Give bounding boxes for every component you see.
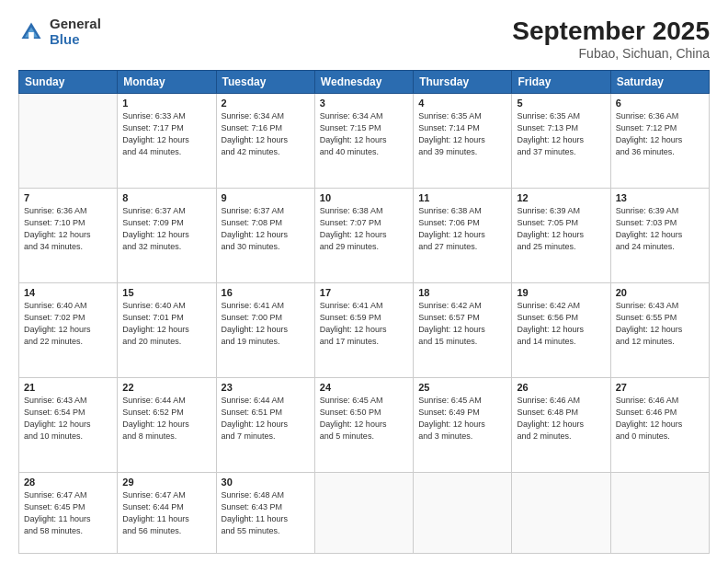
day-info: Sunrise: 6:34 AM Sunset: 7:15 PM Dayligh…: [320, 110, 408, 158]
calendar-table: Sunday Monday Tuesday Wednesday Thursday…: [18, 70, 710, 554]
day-number: 2: [222, 98, 310, 109]
day-number: 6: [616, 98, 704, 109]
table-row: 6Sunrise: 6:36 AM Sunset: 7:12 PM Daylig…: [610, 94, 709, 189]
table-row: [414, 472, 512, 553]
calendar-header-row: Sunday Monday Tuesday Wednesday Thursday…: [19, 71, 710, 94]
day-number: 30: [222, 477, 310, 488]
day-number: 15: [122, 287, 210, 298]
col-monday: Monday: [118, 71, 216, 94]
col-thursday: Thursday: [414, 71, 512, 94]
day-info: Sunrise: 6:39 AM Sunset: 7:05 PM Dayligh…: [517, 205, 605, 253]
day-info: Sunrise: 6:37 AM Sunset: 7:08 PM Dayligh…: [222, 205, 310, 253]
day-number: 13: [616, 192, 704, 203]
col-sunday: Sunday: [19, 71, 118, 94]
day-number: 29: [122, 477, 210, 488]
logo: General Blue: [18, 17, 101, 47]
table-row: 27Sunrise: 6:46 AM Sunset: 6:46 PM Dayli…: [610, 377, 709, 472]
table-row: 4Sunrise: 6:35 AM Sunset: 7:14 PM Daylig…: [414, 94, 512, 189]
day-info: Sunrise: 6:35 AM Sunset: 7:14 PM Dayligh…: [418, 110, 506, 158]
table-row: [610, 472, 709, 553]
day-number: 24: [320, 382, 408, 393]
calendar-week-2: 7Sunrise: 6:36 AM Sunset: 7:10 PM Daylig…: [19, 188, 710, 282]
day-number: 10: [320, 192, 408, 203]
logo-blue: Blue: [50, 32, 101, 48]
day-number: 21: [24, 382, 112, 393]
header: General Blue September 2025 Fubao, Sichu…: [18, 17, 710, 61]
title-block: September 2025 Fubao, Sichuan, China: [512, 17, 710, 61]
table-row: 30Sunrise: 6:48 AM Sunset: 6:43 PM Dayli…: [216, 472, 314, 553]
table-row: 3Sunrise: 6:34 AM Sunset: 7:15 PM Daylig…: [314, 94, 413, 189]
table-row: 28Sunrise: 6:47 AM Sunset: 6:45 PM Dayli…: [19, 472, 118, 553]
day-info: Sunrise: 6:42 AM Sunset: 6:56 PM Dayligh…: [517, 300, 605, 348]
table-row: 23Sunrise: 6:44 AM Sunset: 6:51 PM Dayli…: [216, 377, 314, 472]
day-number: 23: [222, 382, 310, 393]
col-saturday: Saturday: [610, 71, 709, 94]
table-row: 9Sunrise: 6:37 AM Sunset: 7:08 PM Daylig…: [216, 188, 314, 282]
day-info: Sunrise: 6:38 AM Sunset: 7:06 PM Dayligh…: [418, 205, 506, 253]
day-number: 28: [24, 477, 112, 488]
day-info: Sunrise: 6:42 AM Sunset: 6:57 PM Dayligh…: [418, 300, 506, 348]
day-number: 19: [517, 287, 605, 298]
day-number: 9: [222, 192, 310, 203]
table-row: 12Sunrise: 6:39 AM Sunset: 7:05 PM Dayli…: [512, 188, 610, 282]
day-info: Sunrise: 6:43 AM Sunset: 6:55 PM Dayligh…: [616, 300, 704, 348]
day-number: 26: [517, 382, 605, 393]
day-info: Sunrise: 6:39 AM Sunset: 7:03 PM Dayligh…: [616, 205, 704, 253]
day-number: 3: [320, 98, 408, 109]
table-row: 29Sunrise: 6:47 AM Sunset: 6:44 PM Dayli…: [118, 472, 216, 553]
page: General Blue September 2025 Fubao, Sichu…: [0, 0, 728, 563]
calendar-week-4: 21Sunrise: 6:43 AM Sunset: 6:54 PM Dayli…: [19, 377, 710, 472]
day-info: Sunrise: 6:40 AM Sunset: 7:01 PM Dayligh…: [122, 300, 210, 348]
day-number: 7: [24, 192, 112, 203]
day-number: 25: [418, 382, 506, 393]
table-row: [512, 472, 610, 553]
day-number: 12: [517, 192, 605, 203]
table-row: 21Sunrise: 6:43 AM Sunset: 6:54 PM Dayli…: [19, 377, 118, 472]
day-number: 16: [222, 287, 310, 298]
table-row: 26Sunrise: 6:46 AM Sunset: 6:48 PM Dayli…: [512, 377, 610, 472]
subtitle: Fubao, Sichuan, China: [512, 46, 710, 61]
day-info: Sunrise: 6:36 AM Sunset: 7:12 PM Dayligh…: [616, 110, 704, 158]
day-number: 4: [418, 98, 506, 109]
day-info: Sunrise: 6:41 AM Sunset: 6:59 PM Dayligh…: [320, 300, 408, 348]
table-row: 1Sunrise: 6:33 AM Sunset: 7:17 PM Daylig…: [118, 94, 216, 189]
table-row: 7Sunrise: 6:36 AM Sunset: 7:10 PM Daylig…: [19, 188, 118, 282]
day-number: 11: [418, 192, 506, 203]
table-row: 25Sunrise: 6:45 AM Sunset: 6:49 PM Dayli…: [414, 377, 512, 472]
table-row: [314, 472, 413, 553]
table-row: 2Sunrise: 6:34 AM Sunset: 7:16 PM Daylig…: [216, 94, 314, 189]
day-info: Sunrise: 6:41 AM Sunset: 7:00 PM Dayligh…: [222, 300, 310, 348]
day-info: Sunrise: 6:43 AM Sunset: 6:54 PM Dayligh…: [24, 395, 112, 442]
table-row: 19Sunrise: 6:42 AM Sunset: 6:56 PM Dayli…: [512, 282, 610, 377]
table-row: 5Sunrise: 6:35 AM Sunset: 7:13 PM Daylig…: [512, 94, 610, 189]
day-info: Sunrise: 6:34 AM Sunset: 7:16 PM Dayligh…: [222, 110, 310, 158]
day-info: Sunrise: 6:44 AM Sunset: 6:51 PM Dayligh…: [222, 395, 310, 442]
table-row: 13Sunrise: 6:39 AM Sunset: 7:03 PM Dayli…: [610, 188, 709, 282]
col-friday: Friday: [512, 71, 610, 94]
day-info: Sunrise: 6:46 AM Sunset: 6:46 PM Dayligh…: [616, 395, 704, 442]
day-info: Sunrise: 6:40 AM Sunset: 7:02 PM Dayligh…: [24, 300, 112, 348]
col-tuesday: Tuesday: [216, 71, 314, 94]
day-info: Sunrise: 6:37 AM Sunset: 7:09 PM Dayligh…: [122, 205, 210, 253]
table-row: 11Sunrise: 6:38 AM Sunset: 7:06 PM Dayli…: [414, 188, 512, 282]
day-number: 22: [122, 382, 210, 393]
month-title: September 2025: [512, 17, 710, 46]
calendar-week-5: 28Sunrise: 6:47 AM Sunset: 6:45 PM Dayli…: [19, 472, 710, 553]
table-row: 18Sunrise: 6:42 AM Sunset: 6:57 PM Dayli…: [414, 282, 512, 377]
day-number: 20: [616, 287, 704, 298]
table-row: 22Sunrise: 6:44 AM Sunset: 6:52 PM Dayli…: [118, 377, 216, 472]
day-number: 27: [616, 382, 704, 393]
calendar-week-3: 14Sunrise: 6:40 AM Sunset: 7:02 PM Dayli…: [19, 282, 710, 377]
table-row: 15Sunrise: 6:40 AM Sunset: 7:01 PM Dayli…: [118, 282, 216, 377]
day-info: Sunrise: 6:33 AM Sunset: 7:17 PM Dayligh…: [122, 110, 210, 158]
calendar-week-1: 1Sunrise: 6:33 AM Sunset: 7:17 PM Daylig…: [19, 94, 710, 189]
day-number: 5: [517, 98, 605, 109]
day-info: Sunrise: 6:36 AM Sunset: 7:10 PM Dayligh…: [24, 205, 112, 253]
table-row: 8Sunrise: 6:37 AM Sunset: 7:09 PM Daylig…: [118, 188, 216, 282]
table-row: 17Sunrise: 6:41 AM Sunset: 6:59 PM Dayli…: [314, 282, 413, 377]
day-number: 17: [320, 287, 408, 298]
table-row: 14Sunrise: 6:40 AM Sunset: 7:02 PM Dayli…: [19, 282, 118, 377]
day-number: 14: [24, 287, 112, 298]
table-row: 20Sunrise: 6:43 AM Sunset: 6:55 PM Dayli…: [610, 282, 709, 377]
day-info: Sunrise: 6:48 AM Sunset: 6:43 PM Dayligh…: [222, 489, 310, 537]
